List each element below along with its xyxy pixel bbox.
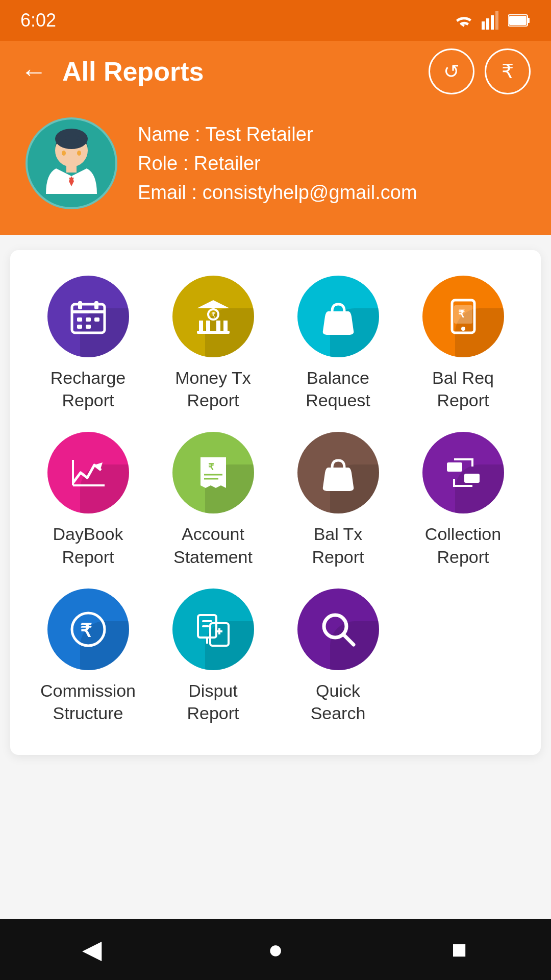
wifi-icon [453, 13, 473, 28]
svg-text:₹: ₹ [208, 462, 214, 472]
svg-rect-13 [72, 310, 105, 313]
svg-rect-23 [206, 321, 210, 331]
svg-text:₹: ₹ [458, 308, 465, 320]
svg-rect-46 [202, 620, 212, 622]
recharge-report-icon [47, 276, 129, 357]
money-tx-report-item[interactable]: ₹ Money TxReport [156, 276, 270, 411]
dispute-icon [193, 609, 234, 650]
main-card: RechargeReport ₹ Money TxReport [10, 250, 541, 755]
svg-rect-24 [216, 321, 220, 331]
nav-back-icon: ◀ [82, 935, 102, 964]
status-time: 6:02 [20, 10, 56, 31]
header-actions: ↺ ₹ [429, 48, 531, 94]
collection-report-label: CollectionReport [425, 523, 501, 568]
svg-marker-21 [197, 300, 230, 308]
rupee-icon: ₹ [68, 609, 109, 650]
svg-rect-5 [528, 18, 530, 23]
rupee-icon: ₹ [502, 60, 514, 83]
quick-search-label: QuickSearch [311, 679, 366, 724]
svg-rect-11 [66, 164, 77, 173]
svg-rect-17 [86, 317, 91, 322]
avatar [26, 117, 117, 209]
bal-req-report-label: Bal ReqReport [432, 366, 494, 411]
quick-search-icon [297, 589, 379, 670]
svg-rect-18 [94, 317, 99, 322]
svg-rect-40 [464, 474, 480, 483]
status-icons [453, 11, 531, 30]
report-grid: RechargeReport ₹ Money TxReport [31, 276, 520, 724]
nav-back-button[interactable]: ◀ [71, 929, 112, 970]
commission-structure-icon: ₹ [47, 589, 129, 670]
recharge-report-label: RechargeReport [51, 366, 126, 411]
back-button[interactable]: ← [20, 56, 47, 87]
svg-rect-16 [77, 317, 82, 322]
collection-report-icon [422, 432, 504, 513]
nav-recent-icon: ■ [452, 935, 467, 964]
recharge-report-item[interactable]: RechargeReport [31, 276, 145, 411]
svg-rect-1 [486, 18, 489, 30]
profile-name: Name : Test Retailer [138, 124, 417, 145]
battery-icon [508, 14, 531, 27]
daybook-report-item[interactable]: DayBookReport [31, 432, 145, 568]
rupee-button[interactable]: ₹ [485, 48, 531, 94]
money-tx-report-label: Money TxReport [175, 366, 251, 411]
balance-request-item[interactable]: BalanceRequest [281, 276, 395, 411]
signal-icon [482, 11, 500, 30]
account-statement-icon: ₹ [172, 432, 254, 513]
svg-text:₹: ₹ [80, 620, 92, 641]
svg-rect-19 [77, 325, 82, 329]
balance-request-label: BalanceRequest [306, 366, 370, 411]
disput-report-icon [172, 589, 254, 670]
nav-home-icon: ● [268, 935, 283, 964]
bal-req-report-icon: ₹ [422, 276, 504, 357]
disput-report-item[interactable]: DisputReport [156, 589, 270, 724]
spacer [0, 770, 551, 919]
nav-bar: ◀ ● ■ [0, 919, 551, 980]
page-title: All Reports [62, 56, 429, 87]
commission-structure-label: CommissionStructure [40, 679, 136, 724]
profile-info: Name : Test Retailer Role : Retailer Ema… [138, 124, 417, 204]
svg-rect-22 [199, 321, 203, 331]
svg-point-10 [77, 151, 81, 156]
money-tx-report-icon: ₹ [172, 276, 254, 357]
phone-money-icon: ₹ [443, 296, 484, 337]
bag2-icon [318, 452, 359, 493]
transfer-icon [443, 452, 484, 493]
account-statement-label: AccountStatement [173, 523, 253, 568]
bal-req-report-item[interactable]: ₹ Bal ReqReport [406, 276, 520, 411]
daybook-report-label: DayBookReport [53, 523, 123, 568]
svg-line-53 [343, 634, 354, 645]
svg-rect-0 [482, 21, 485, 30]
receipt-icon: ₹ [193, 452, 234, 493]
svg-rect-2 [491, 15, 494, 30]
balance-request-icon [297, 276, 379, 357]
bag-icon [318, 296, 359, 337]
bal-tx-report-label: Bal TxReport [312, 523, 364, 568]
history-button[interactable]: ↺ [429, 48, 474, 94]
chart-icon [68, 452, 109, 493]
quick-search-item[interactable]: QuickSearch [281, 589, 395, 724]
disput-report-label: DisputReport [187, 679, 239, 724]
commission-structure-item[interactable]: ₹ CommissionStructure [31, 589, 145, 724]
bal-tx-report-item[interactable]: Bal TxReport [281, 432, 395, 568]
collection-report-item[interactable]: CollectionReport [406, 432, 520, 568]
nav-home-button[interactable]: ● [255, 929, 296, 970]
calendar-icon [68, 296, 109, 337]
nav-recent-button[interactable]: ■ [439, 929, 480, 970]
status-bar: 6:02 [0, 0, 551, 41]
profile-role: Role : Retailer [138, 153, 417, 175]
svg-rect-15 [94, 301, 98, 309]
svg-rect-47 [202, 625, 209, 627]
profile-email: Email : consistyhelp@gmail.com [138, 182, 417, 204]
bank-icon: ₹ [193, 296, 234, 337]
search-icon [318, 609, 359, 650]
svg-rect-25 [223, 321, 228, 331]
avatar-image [31, 122, 112, 204]
daybook-report-icon [47, 432, 129, 513]
bal-tx-report-icon [297, 432, 379, 513]
svg-point-32 [461, 327, 465, 331]
svg-rect-26 [197, 331, 230, 334]
svg-rect-14 [78, 301, 82, 309]
account-statement-item[interactable]: ₹ AccountStatement [156, 432, 270, 568]
svg-rect-3 [495, 11, 498, 30]
